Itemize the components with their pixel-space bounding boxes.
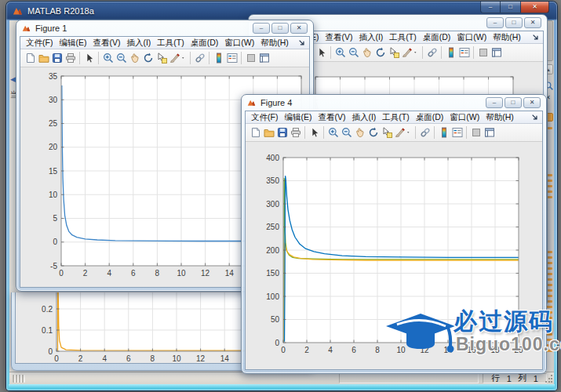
new-figure-icon[interactable]	[24, 51, 37, 65]
back-arrow-icon: ◀	[10, 75, 16, 83]
zoom-out-icon[interactable]	[340, 125, 353, 140]
hide-plot-tools-icon[interactable]	[469, 125, 483, 140]
close-button[interactable]: ✕	[521, 2, 549, 13]
menu-item-2[interactable]: 查看(V)	[315, 112, 348, 123]
statusbar-message-cell	[339, 373, 479, 383]
menu-item-6[interactable]: 窗口(W)	[221, 38, 257, 49]
menu-item-4[interactable]: 工具(T)	[154, 38, 187, 49]
insert-colorbar-icon[interactable]	[212, 51, 225, 65]
menu-item-5[interactable]: 桌面(D)	[420, 32, 454, 43]
link-plot-icon[interactable]	[425, 45, 439, 60]
restore-button[interactable]: □	[505, 97, 522, 108]
rotate-3d-icon[interactable]	[366, 125, 380, 140]
svg-text:8: 8	[375, 346, 380, 354]
pan-hand-icon[interactable]	[128, 51, 141, 65]
menu-item-3[interactable]: 插入(I)	[348, 112, 379, 123]
dock-figure-arrow-icon[interactable]	[532, 34, 539, 41]
figure4-window[interactable]: Figure 4 – □ ✕ 文件(F)编辑(E)查看(V)插入(I)工具(T)…	[241, 94, 547, 374]
restore-button[interactable]: □	[271, 23, 289, 34]
figure-titlebar[interactable]: Figure 1 – □ ✕	[16, 20, 313, 36]
brush-dropdown-arrow-icon[interactable]	[406, 125, 413, 140]
new-figure-icon[interactable]	[249, 125, 262, 140]
hide-plot-tools-icon[interactable]	[476, 45, 490, 60]
insert-legend-icon[interactable]	[225, 51, 239, 65]
svg-text:300: 300	[266, 200, 279, 209]
close-button[interactable]: ✕	[524, 17, 541, 28]
restore-button[interactable]: □	[505, 17, 523, 28]
minimize-button[interactable]: –	[486, 97, 503, 108]
svg-text:0: 0	[281, 346, 286, 354]
minimize-button[interactable]: –	[253, 23, 270, 34]
rotate-3d-icon[interactable]	[373, 45, 387, 60]
menu-item-4[interactable]: 工具(T)	[379, 112, 412, 123]
brush-data-icon[interactable]	[168, 51, 181, 65]
menu-item-0[interactable]: 文件(F)	[23, 38, 56, 49]
link-plot-icon[interactable]	[193, 51, 206, 65]
menu-item-4[interactable]: 工具(T)	[386, 32, 419, 43]
brush-dropdown-arrow-icon[interactable]	[413, 45, 420, 60]
svg-text:0.1: 0.1	[42, 326, 53, 335]
menu-item-7[interactable]: 帮助(H)	[257, 38, 292, 49]
pan-hand-icon[interactable]	[353, 125, 366, 140]
menu-item-3[interactable]: 插入(I)	[123, 38, 154, 49]
minimize-button[interactable]: –	[480, 2, 501, 13]
menu-item-1[interactable]: 编辑(E)	[56, 38, 89, 49]
zoom-out-icon[interactable]	[347, 45, 360, 60]
menu-item-3[interactable]: 插入(I)	[355, 32, 386, 43]
menu-item-0[interactable]: 文件(F)	[248, 112, 281, 123]
brush-data-icon[interactable]	[393, 125, 406, 140]
menu-item-6[interactable]: 窗口(W)	[454, 32, 490, 43]
zoom-out-icon[interactable]	[115, 51, 128, 65]
open-file-icon[interactable]	[262, 125, 275, 140]
open-file-icon[interactable]	[37, 51, 50, 65]
insert-legend-icon[interactable]	[450, 125, 464, 140]
figure-window-controls: – □ ✕	[486, 17, 541, 28]
brush-data-icon[interactable]	[400, 45, 413, 60]
statusbar-grip[interactable]	[13, 375, 25, 383]
svg-text:0: 0	[275, 339, 279, 347]
minimize-button[interactable]: –	[486, 17, 504, 28]
rotate-3d-icon[interactable]	[141, 51, 155, 65]
data-cursor-icon[interactable]	[155, 51, 168, 65]
figure-titlebar[interactable]: Figure 4 – □ ✕	[242, 95, 546, 111]
save-figure-icon[interactable]	[275, 125, 289, 140]
close-button[interactable]: ✕	[523, 97, 541, 108]
zoom-in-icon[interactable]	[333, 45, 347, 60]
data-cursor-icon[interactable]	[387, 45, 400, 60]
resize-grip[interactable]	[545, 375, 553, 383]
dock-figure-arrow-icon[interactable]	[298, 39, 305, 46]
menu-item-2[interactable]: 查看(V)	[322, 32, 355, 43]
dock-figure-arrow-icon[interactable]	[531, 114, 538, 121]
menu-item-5[interactable]: 桌面(D)	[413, 112, 447, 123]
edit-plot-icon[interactable]	[82, 51, 96, 65]
print-figure-icon[interactable]	[289, 125, 302, 140]
zoom-in-icon[interactable]	[326, 125, 340, 140]
edit-plot-icon[interactable]	[315, 45, 328, 60]
menu-item-6[interactable]: 窗口(W)	[446, 112, 483, 123]
svg-text:50: 50	[271, 315, 280, 324]
insert-colorbar-icon[interactable]	[437, 125, 450, 140]
show-plot-tools-icon[interactable]	[490, 45, 503, 60]
show-plot-tools-icon[interactable]	[257, 51, 271, 65]
close-button[interactable]: ✕	[290, 23, 308, 34]
brush-dropdown-arrow-icon[interactable]	[181, 51, 188, 65]
figure4-plot[interactable]: 0246810121416182005010015020025030035040…	[246, 142, 542, 369]
pan-hand-icon[interactable]	[360, 45, 373, 60]
save-figure-icon[interactable]	[50, 51, 64, 65]
hide-plot-tools-icon[interactable]	[244, 51, 257, 65]
maximize-button[interactable]: □	[501, 2, 521, 13]
edit-plot-icon[interactable]	[308, 125, 321, 140]
insert-legend-icon[interactable]	[457, 45, 471, 60]
insert-colorbar-icon[interactable]	[444, 45, 457, 60]
print-figure-icon[interactable]	[64, 51, 77, 65]
data-cursor-icon[interactable]	[380, 125, 393, 140]
menu-item-7[interactable]: 帮助(H)	[483, 112, 517, 123]
menu-item-2[interactable]: 查看(V)	[89, 38, 123, 49]
zoom-in-icon[interactable]	[101, 51, 115, 65]
menu-item-5[interactable]: 桌面(D)	[188, 38, 222, 49]
menu-item-7[interactable]: 帮助(H)	[490, 32, 524, 43]
main-window-controls: – □ ✕	[480, 2, 549, 13]
menu-item-1[interactable]: 编辑(E)	[281, 112, 315, 123]
link-plot-icon[interactable]	[418, 125, 432, 140]
show-plot-tools-icon[interactable]	[483, 125, 496, 140]
